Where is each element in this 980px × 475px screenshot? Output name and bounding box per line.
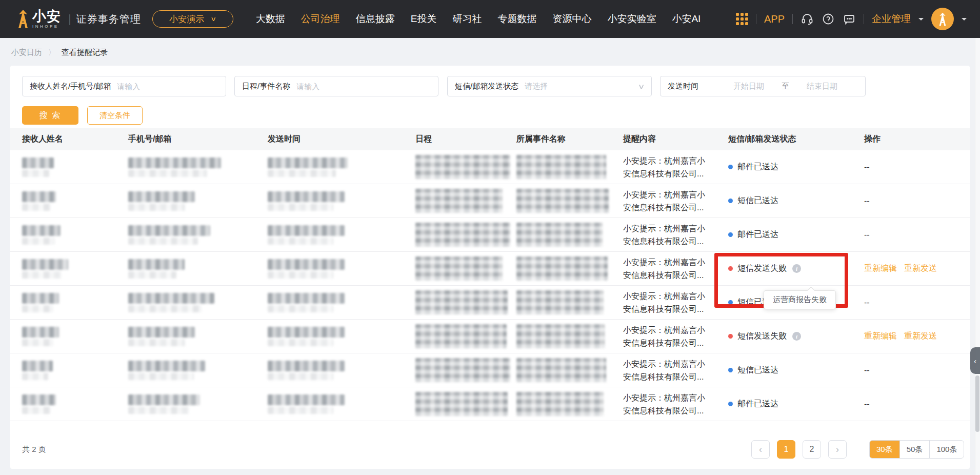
- breadcrumb-calendar-link[interactable]: 小安日历: [11, 48, 42, 57]
- redacted-event-name: [516, 392, 623, 416]
- next-page-button[interactable]: ›: [828, 440, 847, 459]
- redacted-schedule: [415, 392, 516, 416]
- redacted-recipient-name: [22, 157, 128, 177]
- status-text: 邮件已送达: [737, 162, 778, 172]
- feedback-chat-icon[interactable]: [843, 12, 856, 26]
- status-dot-icon: [728, 165, 733, 169]
- nav-menu-item[interactable]: 研习社: [452, 12, 482, 26]
- apps-grid-icon[interactable]: [736, 13, 748, 25]
- redacted-phone-email: [128, 361, 268, 380]
- nav-menu-item[interactable]: 资源中心: [552, 12, 591, 26]
- page-size-option[interactable]: 50条: [899, 441, 930, 458]
- filter-event-label: 日程/事件名称: [242, 82, 290, 91]
- filter-recipient[interactable]: 接收人姓名/手机号/邮箱: [22, 76, 226, 96]
- nav-menu-item[interactable]: 公司治理: [301, 12, 340, 26]
- nav-menu-item[interactable]: 专题数据: [497, 12, 536, 26]
- start-date-input[interactable]: 开始日期: [733, 82, 764, 91]
- end-date-input[interactable]: 结束日期: [807, 82, 837, 91]
- table-row: 小安提示：杭州嘉言小安信息科技有限公司...邮件已送达--: [10, 387, 970, 421]
- nav-menu-item[interactable]: 小安AI: [672, 12, 701, 26]
- send-status-cell: 邮件已送达: [728, 399, 864, 409]
- col-actions: 操作: [864, 134, 958, 145]
- table-body: 小安提示：杭州嘉言小安信息科技有限公司...邮件已送达--小安提示：杭州嘉言小安…: [10, 150, 970, 421]
- resend-link[interactable]: 重新发送: [904, 263, 937, 274]
- redacted-send-time: [268, 293, 415, 312]
- filter-send-status-select[interactable]: 短信/邮箱发送状态 请选择 ∨: [447, 76, 652, 96]
- side-panel-collapse-tab[interactable]: ‹: [970, 347, 980, 374]
- redacted-phone-email: [128, 225, 268, 245]
- redacted-phone-email: [128, 293, 268, 312]
- redacted-send-time: [268, 225, 415, 245]
- status-text: 短信已送达: [737, 365, 778, 375]
- send-status-cell: 邮件已送达: [728, 229, 864, 240]
- headset-support-icon[interactable]: [801, 12, 814, 26]
- date-range-to-label: 至: [782, 82, 789, 91]
- page-number-button[interactable]: 2: [803, 440, 821, 459]
- redacted-phone-email: [128, 259, 268, 279]
- redacted-recipient-name: [22, 394, 128, 414]
- col-send-status: 短信/邮箱发送状态: [728, 134, 864, 145]
- event-name-input[interactable]: [296, 82, 431, 91]
- brand-logo-icon: [16, 9, 30, 29]
- table-row: 小安提示：杭州嘉言小安信息科技有限公司...短信已送达--: [10, 184, 970, 218]
- info-icon[interactable]: i: [792, 264, 801, 273]
- status-text: 短信发送失败: [737, 263, 787, 274]
- help-question-icon[interactable]: [822, 12, 835, 26]
- actions-cell: 重新编辑重新发送: [864, 263, 958, 274]
- vertical-scrollbar-thumb[interactable]: [975, 375, 979, 432]
- redacted-send-time: [268, 327, 415, 346]
- redacted-recipient-name: [22, 259, 128, 279]
- sort-toggle-icon[interactable]: [304, 134, 309, 145]
- redacted-schedule: [415, 155, 516, 179]
- resend-link[interactable]: 重新发送: [904, 331, 937, 342]
- redacted-schedule: [415, 290, 516, 314]
- actions-cell: --: [864, 196, 958, 206]
- redacted-send-time: [268, 157, 415, 177]
- redacted-event-name: [516, 256, 623, 281]
- nav-menu-item[interactable]: 信息披露: [356, 12, 395, 26]
- reminder-content-text: 小安提示：杭州嘉言小: [623, 154, 728, 167]
- status-dot-icon: [728, 266, 733, 271]
- info-icon[interactable]: i: [792, 332, 801, 341]
- app-link[interactable]: APP: [764, 13, 785, 25]
- redacted-schedule: [415, 189, 516, 213]
- enterprise-management-menu[interactable]: 企业管理: [872, 12, 911, 26]
- status-select-placeholder: 请选择: [525, 82, 548, 91]
- page-number-button[interactable]: 1: [777, 440, 795, 459]
- actions-cell: --: [864, 163, 958, 172]
- recipient-input[interactable]: [117, 82, 218, 91]
- actions-cell: --: [864, 366, 958, 375]
- nav-menu-item[interactable]: 小安实验室: [607, 12, 656, 26]
- brand-subname: INHOPE: [32, 24, 59, 29]
- table-row: 小安提示：杭州嘉言小安信息科技有限公司...邮件已送达--: [10, 150, 970, 184]
- no-action-dash: --: [864, 400, 870, 409]
- nav-menu-item[interactable]: 大数据: [256, 12, 285, 26]
- nav-menu-item[interactable]: E投关: [411, 12, 437, 26]
- user-avatar[interactable]: [931, 8, 954, 30]
- filter-event-name[interactable]: 日程/事件名称: [234, 76, 438, 96]
- caret-down-icon[interactable]: [962, 18, 967, 23]
- table-row: 小安提示：杭州嘉言小安信息科技有限公司...短信发送失败i重新编辑重新发送: [10, 320, 970, 353]
- redacted-recipient-name: [22, 191, 128, 211]
- redacted-phone-email: [128, 327, 268, 346]
- redacted-schedule: [415, 256, 516, 281]
- search-button[interactable]: 搜 索: [22, 106, 78, 125]
- clear-filters-button[interactable]: 清空条件: [87, 106, 143, 125]
- page-size-option[interactable]: 100条: [929, 441, 964, 458]
- table-row: 小安提示：杭州嘉言小安信息科技有限公司...短信已送达--: [10, 353, 970, 387]
- brand: 小安 INHOPE | 证券事务管理: [16, 9, 141, 29]
- reminder-content-text: 安信息科技有限公司...: [623, 370, 728, 383]
- page-size-option[interactable]: 30条: [870, 441, 899, 458]
- reedit-link[interactable]: 重新编辑: [864, 263, 897, 274]
- reminder-content-text: 小安提示：杭州嘉言小: [623, 391, 728, 404]
- reedit-link[interactable]: 重新编辑: [864, 331, 897, 342]
- reminder-content-text: 安信息科技有限公司...: [623, 337, 728, 349]
- no-action-dash: --: [864, 163, 870, 172]
- send-status-cell: 短信已送达: [728, 195, 864, 206]
- org-selector-dropdown[interactable]: 小安演示 ∨: [152, 10, 233, 28]
- prev-page-button[interactable]: ‹: [751, 440, 770, 459]
- redacted-schedule: [415, 223, 516, 247]
- filter-send-time-range[interactable]: 发送时间 开始日期 至 结束日期: [660, 76, 866, 96]
- redacted-recipient-name: [22, 293, 128, 312]
- filter-status-label: 短信/邮箱发送状态: [455, 82, 518, 91]
